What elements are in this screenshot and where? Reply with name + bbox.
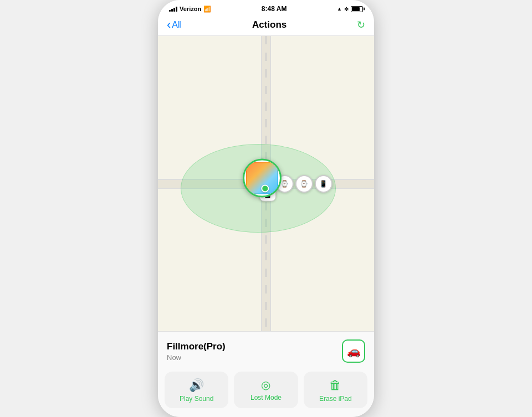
status-bar-right: ▲ ✻ <box>337 6 363 12</box>
car-icon: 🚗 <box>347 344 361 358</box>
bluetooth-icon: ✻ <box>344 6 349 12</box>
directions-button[interactable]: 🚗 <box>342 339 365 363</box>
signal-bar-4 <box>176 7 177 12</box>
device-info-row: Fillmore(Pro) Now 🚗 <box>158 332 374 368</box>
status-bar-time: 8:48 AM <box>262 5 287 13</box>
battery-fill <box>352 7 360 11</box>
device-icon-small: 📱 <box>319 180 328 188</box>
lost-mode-label: Lost Mode <box>250 394 282 401</box>
signal-bar-1 <box>169 10 171 12</box>
status-bar-left: Verizon 📶 <box>169 6 211 13</box>
play-sound-label: Play Sound <box>180 395 213 403</box>
speaker-icon: 🔊 <box>189 379 204 392</box>
signal-bar-3 <box>173 8 175 12</box>
trash-icon: 🗑 <box>329 379 341 392</box>
nav-bar: All Actions ↻ <box>158 16 374 36</box>
action-buttons-row: 🔊 Play Sound ◎ Lost Mode 🗑 Erase iPad <box>158 368 374 417</box>
location-dot <box>261 184 269 192</box>
bottom-panel: Fillmore(Pro) Now 🚗 🔊 Play Sound ◎ Lost … <box>158 331 374 417</box>
battery-indicator <box>351 6 363 12</box>
location-icon: ▲ <box>337 6 342 12</box>
device-time: Now <box>167 353 226 362</box>
erase-ipad-button[interactable]: 🗑 Erase iPad <box>304 372 367 408</box>
erase-ipad-label: Erase iPad <box>319 395 352 403</box>
signal-bars <box>169 6 177 12</box>
device-marker-small[interactable]: 📱 <box>315 175 332 193</box>
status-bar: Verizon 📶 8:48 AM ▲ ✻ <box>158 0 374 16</box>
carrier-name: Verizon <box>180 6 201 12</box>
phone-frame: Verizon 📶 8:48 AM ▲ ✻ All Actions ↻ <box>158 0 374 417</box>
play-sound-button[interactable]: 🔊 Play Sound <box>165 372 228 408</box>
watch-marker-2[interactable]: ⌚ <box>295 175 313 193</box>
page-title: Actions <box>252 19 287 30</box>
device-marker-ipad[interactable] <box>243 158 282 197</box>
back-label: All <box>172 20 182 30</box>
lost-mode-button[interactable]: ◎ Lost Mode <box>234 372 298 408</box>
lost-mode-icon: ◎ <box>261 379 270 390</box>
refresh-button[interactable]: ↻ <box>357 19 365 31</box>
device-marker-circle <box>243 158 282 197</box>
device-name: Fillmore(Pro) <box>167 341 226 352</box>
watch-icon-2: ⌚ <box>300 180 308 188</box>
watch-icon-1: ⌚ <box>280 180 289 188</box>
map-area: 📱 👤 ⌚ ⌚ 📱 <box>158 36 374 331</box>
chevron-left-icon <box>167 19 171 31</box>
back-button[interactable]: All <box>167 19 182 31</box>
signal-bar-2 <box>171 9 173 12</box>
device-info-text: Fillmore(Pro) Now <box>167 341 226 362</box>
wifi-icon: 📶 <box>203 6 211 13</box>
